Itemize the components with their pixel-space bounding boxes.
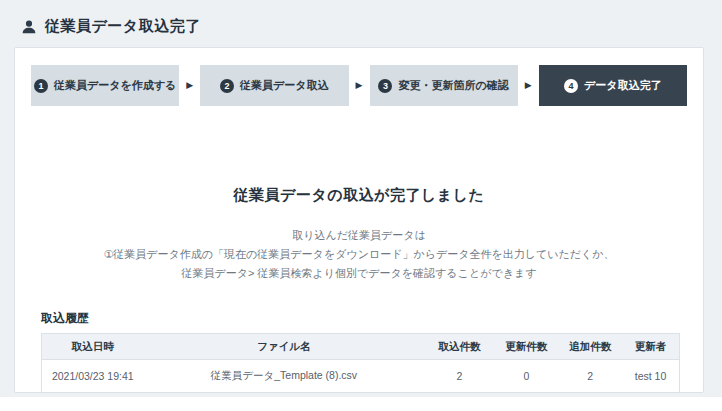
page: 従業員データ取込完了 1 従業員データを作成する ▶ 2 従業員データ取込 ▶ … xyxy=(0,0,722,397)
step-arrow-icon: ▶ xyxy=(349,65,370,106)
table-row: 2021/03/23 19:41 従業員データ_Template (8).csv… xyxy=(42,360,680,393)
cell-imported-count: 2 xyxy=(424,360,494,393)
description-line: ①従業員データ作成の「現在の従業員データをダウンロード」からデータ全件を出力して… xyxy=(31,245,687,264)
stepper: 1 従業員データを作成する ▶ 2 従業員データ取込 ▶ 3 変更・更新箇所の確… xyxy=(31,65,687,106)
step-1-create-employee-data: 1 従業員データを作成する xyxy=(31,65,179,106)
step-3-label: 変更・更新箇所の確認 xyxy=(398,78,508,93)
import-history-title: 取込履歴 xyxy=(41,310,687,327)
step-arrow-icon: ▶ xyxy=(179,65,200,106)
column-header-updater: 更新者 xyxy=(622,334,679,360)
step-3-confirm-changes: 3 変更・更新箇所の確認 xyxy=(370,65,518,106)
cell-added-count: 2 xyxy=(558,360,622,393)
page-header: 従業員データ取込完了 xyxy=(0,0,722,47)
step-1-label: 従業員データを作成する xyxy=(54,78,176,93)
user-icon xyxy=(21,19,37,35)
step-4-number-badge: 4 xyxy=(564,79,578,93)
completion-description: 取り込んだ従業員データは ①従業員データ作成の「現在の従業員データをダウンロード… xyxy=(31,226,687,283)
step-2-label: 従業員データ取込 xyxy=(240,78,329,93)
cell-import-datetime: 2021/03/23 19:41 xyxy=(42,360,144,393)
column-header-import-datetime: 取込日時 xyxy=(42,334,144,360)
completion-heading: 従業員データの取込が完了しました xyxy=(31,186,687,205)
description-line: 取り込んだ従業員データは xyxy=(31,226,687,245)
description-line: 従業員データ> 従業員検索より個別でデータを確認することができます xyxy=(31,264,687,283)
cell-updated-count: 0 xyxy=(494,360,558,393)
step-2-import-employee-data: 2 従業員データ取込 xyxy=(200,65,348,106)
step-4-label: データ取込完了 xyxy=(584,78,662,93)
cell-filename: 従業員データ_Template (8).csv xyxy=(144,360,425,393)
column-header-added-count: 追加件数 xyxy=(558,334,622,360)
content-card: 1 従業員データを作成する ▶ 2 従業員データ取込 ▶ 3 変更・更新箇所の確… xyxy=(14,47,704,393)
step-4-import-complete: 4 データ取込完了 xyxy=(539,65,687,106)
column-header-imported-count: 取込件数 xyxy=(424,334,494,360)
page-title: 従業員データ取込完了 xyxy=(45,17,201,36)
table-header-row: 取込日時 ファイル名 取込件数 更新件数 追加件数 更新者 xyxy=(42,334,680,360)
import-history-table: 取込日時 ファイル名 取込件数 更新件数 追加件数 更新者 2021/03/23… xyxy=(41,333,680,393)
column-header-filename: ファイル名 xyxy=(144,334,425,360)
cell-updater: test 10 xyxy=(622,360,679,393)
step-1-number-badge: 1 xyxy=(34,79,48,93)
step-arrow-icon: ▶ xyxy=(518,65,539,106)
step-3-number-badge: 3 xyxy=(378,79,392,93)
column-header-updated-count: 更新件数 xyxy=(494,334,558,360)
step-2-number-badge: 2 xyxy=(220,79,234,93)
